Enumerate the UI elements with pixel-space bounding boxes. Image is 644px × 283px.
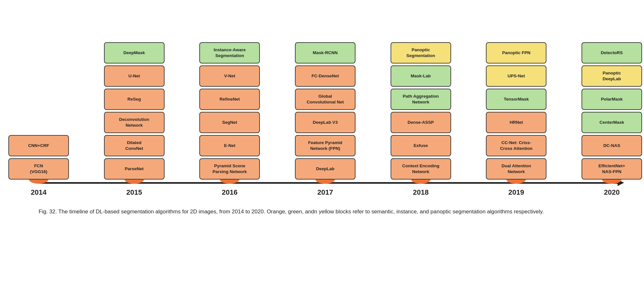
algo-box-refinenet: RefineNet	[199, 89, 260, 110]
algo-box-deepmask: DeepMask	[104, 42, 165, 63]
algo-box-segnet: SegNet	[199, 112, 260, 133]
algo-box-cnncrf: CNN+CRF	[8, 135, 69, 156]
algo-box-path-aggregation-network: Path Aggregation Network	[391, 89, 451, 110]
year-label-2019: 2019	[508, 188, 524, 197]
year-label-2014: 2014	[31, 188, 47, 197]
algo-box-dc-nas: DC-NAS	[582, 135, 642, 156]
algo-box-parsenet: ParseNet	[104, 158, 165, 180]
algo-box-mask-rcnn: Mask-RCNN	[295, 42, 355, 63]
algo-box-feature-pyramid-network-fpn: Feature Pyramid Network (FPN)	[295, 135, 355, 156]
algo-box-fcn-vgg16: FCN (VGG16)	[8, 158, 69, 180]
algo-box-dilated-convnet: Dilated ConvNet	[104, 135, 165, 156]
algo-box-deconvolution-network: Deconvolution Network	[104, 112, 165, 133]
algo-box-v-net: V-Net	[199, 65, 260, 87]
algo-box-context-encoding-network: Context Encoding Network	[391, 158, 451, 180]
algo-box-panoptic-fpn: Panoptic FPN	[486, 42, 546, 63]
year-label-2015: 2015	[126, 188, 142, 197]
timeline-area: Fig. 32. The timeline of DL-based segmen…	[19, 13, 625, 219]
algo-box-panoptic-segmentation: Panoptic Segmentation	[391, 42, 451, 63]
year-label-2016: 2016	[222, 188, 238, 197]
algo-box-exfuse: Exfuse	[391, 135, 451, 156]
algo-box-deeplab-v3: DeepLab V3	[295, 112, 355, 133]
algo-box-deeplab: DeepLab	[295, 158, 355, 180]
algo-box-centermask: CenterMask	[582, 112, 642, 133]
year-label-2017: 2017	[317, 188, 333, 197]
algo-box-instance-aware-segmentation: Instance-Aware Segmentation	[199, 42, 260, 63]
algo-box-cc-net-criss--cross-attention: CC-Net: Criss- Cross Attention	[486, 135, 546, 156]
algo-box-e-net: E-Net	[199, 135, 260, 156]
main-container: Fig. 32. The timeline of DL-based segmen…	[0, 0, 644, 226]
algo-box-global-convolutional-net: Global Convolutional Net	[295, 89, 355, 110]
algo-box-pyramid-scene-parsing-network: Pyramid Scene Parsing Network	[199, 158, 260, 180]
algo-box-dense-assp: Dense-ASSP	[391, 112, 451, 133]
algo-box-panoptic-deeplab: Panoptic DeepLab	[582, 65, 642, 87]
algo-box-ups-net: UPS-Net	[486, 65, 546, 87]
algo-box-dual-attention-network: Dual Attention Network	[486, 158, 546, 180]
algo-box-reseg: ReSeg	[104, 89, 165, 110]
algo-box-efficientnet-nas-fpn: EfficientNet+ NAS-FPN	[582, 158, 642, 180]
algo-box-mask-lab: Mask-Lab	[391, 65, 451, 87]
year-label-2018: 2018	[413, 188, 429, 197]
algo-box-u-net: U-Net	[104, 65, 165, 87]
caption: Fig. 32. The timeline of DL-based segmen…	[39, 207, 605, 216]
algo-box-detectors: DetectoRS	[582, 42, 642, 63]
year-label-2020: 2020	[604, 188, 620, 197]
algo-box-fc-densenet: FC-DenseNet	[295, 65, 355, 87]
algo-box-tensormask: TensorMask	[486, 89, 546, 110]
algo-box-hrnet: HRNet	[486, 112, 546, 133]
algo-box-polarmask: PolarMask	[582, 89, 642, 110]
